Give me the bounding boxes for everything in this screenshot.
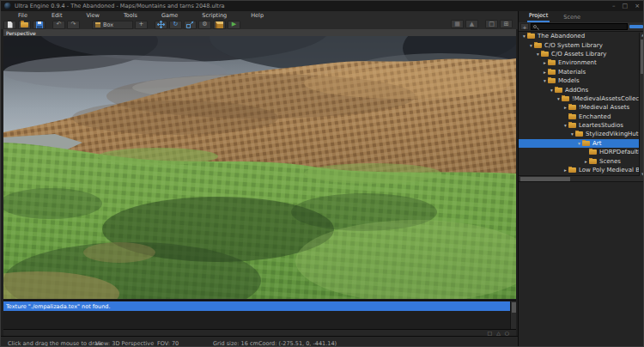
console-filter-bar: □ △ ○ — [3, 329, 516, 336]
tree-item[interactable]: ▾ C/O Assets Library — [519, 50, 640, 58]
tree-item[interactable]: Enchanted — [519, 113, 640, 121]
status-hint: Click and drag the mouse to draw — [8, 340, 102, 347]
menu-item[interactable]: File — [18, 12, 27, 19]
ultra-engine-window: Ultra Engine 0.9.4 - The Abandoned - Map… — [0, 0, 644, 347]
tree-expander-icon[interactable]: ▾ — [576, 141, 582, 146]
tree-item[interactable]: ▾ Models — [519, 76, 640, 85]
folder-icon — [555, 88, 562, 93]
terrain-tool-button[interactable]: ▦ — [451, 20, 464, 28]
layout-quad-button[interactable]: ⊞ — [500, 20, 513, 28]
tree-item[interactable]: ▾ Art — [519, 139, 640, 148]
scale-tool-button[interactable] — [184, 21, 197, 29]
console-scrollbar[interactable] — [510, 301, 516, 330]
folder-icon — [568, 167, 576, 173]
tree-expander-icon[interactable]: ▸ — [583, 159, 589, 164]
tree-expander-icon[interactable]: ▾ — [535, 52, 541, 57]
asset-browser-area[interactable] — [519, 182, 644, 347]
folder-icon — [548, 60, 556, 65]
console-message[interactable]: Texture "./empalizada.tex" not found. — [3, 301, 510, 311]
panel-tab[interactable]: Scene — [562, 14, 582, 22]
tree-expander-icon[interactable]: ▾ — [542, 78, 548, 83]
console-filter-error-icon[interactable]: ○ — [505, 331, 509, 336]
tree-expander-icon[interactable]: ▾ — [549, 88, 555, 93]
run-button[interactable]: ▶ — [228, 21, 240, 29]
redo-button[interactable]: ↷ — [67, 21, 80, 29]
add-primitive-button[interactable]: + — [135, 21, 148, 29]
folder-icon — [527, 33, 535, 39]
box-primitive-icon — [95, 22, 100, 27]
sculpt-tool-button[interactable]: ▲ — [465, 20, 478, 28]
viewport-3d-scene[interactable] — [3, 36, 516, 299]
menu-item[interactable]: Help — [251, 12, 264, 19]
save-icon — [36, 21, 43, 28]
scale-icon — [186, 21, 194, 28]
move-icon — [157, 21, 165, 28]
tree-item[interactable]: HDRPDefaultResources — [519, 148, 640, 156]
folder-icon — [589, 149, 597, 155]
menu-bar: FileEditViewToolsGameScriptingHelp — [1, 11, 518, 20]
tree-expander-icon[interactable]: ▾ — [562, 123, 568, 128]
tree-vertical-scrollbar[interactable]: ▲▼ — [639, 33, 644, 176]
tree-item[interactable]: ▾ !MedievalAssetsCollection — [519, 94, 640, 103]
folder-icon — [582, 141, 590, 146]
tree-item[interactable]: ▸ Low Poly Medieval Buildings — [519, 166, 640, 174]
menu-item[interactable]: Scripting — [202, 12, 227, 19]
folder-icon — [562, 96, 569, 101]
tree-expander-icon[interactable]: ▾ — [521, 33, 527, 39]
console-filter-warning-icon[interactable]: △ — [496, 331, 501, 336]
icon-size-slider[interactable] — [629, 25, 643, 28]
tree-item[interactable]: ▸ Materials — [519, 68, 640, 76]
rotate-tool-button[interactable]: ↻ — [169, 21, 182, 29]
tree-expander-icon[interactable]: ▸ — [562, 105, 568, 110]
tree-item[interactable]: ▾ The Abandoned — [519, 32, 640, 40]
viewport-label: Perspective — [3, 29, 516, 36]
maximize-button[interactable]: □ — [623, 2, 629, 10]
add-folder-button[interactable]: + — [520, 23, 529, 30]
tree-item[interactable]: ▾ LeartesStudios — [519, 121, 640, 130]
tree-expander-icon[interactable]: ▾ — [569, 131, 575, 137]
save-button[interactable] — [33, 21, 46, 29]
menu-item[interactable]: Game — [161, 12, 178, 19]
search-box[interactable] — [531, 23, 628, 30]
folder-icon — [589, 159, 597, 164]
new-file-button[interactable] — [3, 21, 16, 29]
package-button[interactable] — [213, 21, 226, 29]
tree-item[interactable]: ▸ Environment — [519, 58, 640, 67]
tree-expander-icon[interactable]: ▸ — [542, 60, 548, 65]
tree-item[interactable]: ▾ C/O System Library — [519, 40, 640, 49]
layout-single-button[interactable]: □ — [485, 20, 498, 28]
terrain-render — [3, 36, 516, 299]
folder-icon — [568, 114, 576, 119]
menu-item[interactable]: View — [86, 12, 99, 19]
tree-expander-icon[interactable]: ▾ — [528, 43, 534, 48]
tree-item[interactable]: ▾ AddOns — [519, 85, 640, 94]
folder-icon — [548, 70, 556, 75]
panel-tab[interactable]: Project — [527, 12, 550, 22]
status-view: View: 3D Perspective — [95, 340, 154, 347]
app-logo-icon — [4, 3, 11, 9]
status-grid: Grid size: 16 cm — [213, 340, 258, 347]
settings-button[interactable]: ⚙ — [198, 21, 211, 29]
menu-item[interactable]: Tools — [124, 12, 137, 19]
primitive-selector[interactable]: Box — [92, 21, 133, 29]
new-file-icon — [8, 21, 13, 28]
panel-tabs: ProjectScene — [519, 11, 644, 22]
tree-expander-icon[interactable]: ▾ — [556, 96, 562, 101]
folder-icon — [534, 43, 542, 48]
tree-horizontal-scrollbar[interactable] — [519, 176, 644, 182]
move-tool-button[interactable] — [155, 21, 167, 29]
tree-item[interactable]: ▾ StylizedVikingHut — [519, 130, 640, 138]
open-button[interactable] — [18, 21, 31, 29]
search-input[interactable] — [538, 24, 607, 29]
project-tree: ▾ The Abandoned ▾ C/O System Library ▾ C… — [519, 32, 640, 176]
tree-expander-icon[interactable]: ▸ — [542, 70, 548, 75]
minimize-button[interactable]: – — [612, 2, 616, 10]
tree-item[interactable]: ▸ !Medieval Assets — [519, 103, 640, 112]
console-filter-log-icon[interactable]: □ — [487, 331, 492, 336]
menu-item[interactable]: Edit — [52, 12, 63, 19]
tree-item[interactable]: ▸ Scenes — [519, 156, 640, 165]
title-bar: Ultra Engine 0.9.4 - The Abandoned - Map… — [1, 1, 644, 11]
close-button[interactable]: × — [635, 2, 640, 10]
tree-expander-icon[interactable]: ▸ — [562, 167, 568, 173]
undo-button[interactable]: ↶ — [52, 21, 65, 29]
